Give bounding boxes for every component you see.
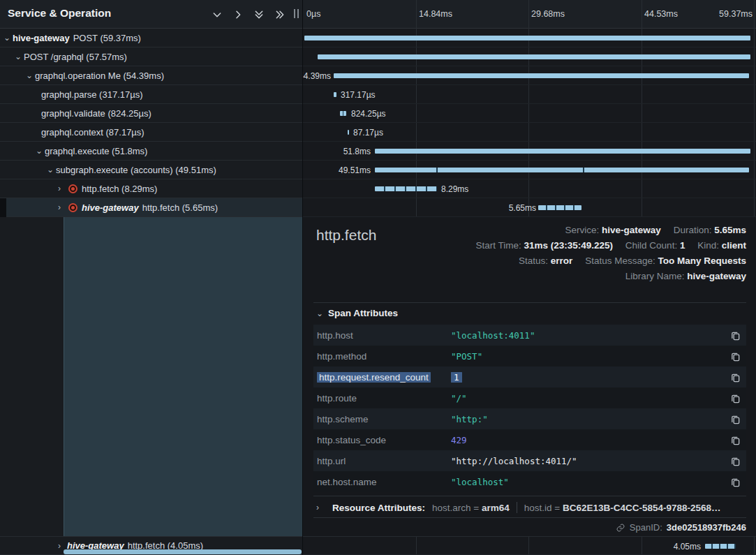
- attribute-value: "http:": [451, 414, 725, 424]
- attribute-row: http.method "POST": [313, 346, 746, 367]
- span-bar[interactable]: [375, 186, 437, 191]
- attribute-row: http.route "/": [313, 387, 746, 408]
- attribute-key: http.route: [317, 393, 451, 404]
- tree-row-http-fetch-5ms-selected[interactable]: › hive-gateway http.fetch (5.65ms): [0, 198, 303, 217]
- chevron-down-icon[interactable]: ⌄: [3, 34, 13, 42]
- span-bar[interactable]: [340, 111, 346, 116]
- resource-value: BC62E13B-C4CC-5854-9788-2568…: [563, 503, 721, 513]
- collapse-one-icon[interactable]: [211, 8, 223, 20]
- span-bar[interactable]: [375, 168, 749, 172]
- timeline-row: 4.05ms: [303, 536, 756, 555]
- copy-icon[interactable]: [725, 351, 741, 362]
- divider: [313, 496, 746, 496]
- collapse-all-icon[interactable]: [253, 8, 265, 20]
- attribute-value: 1: [451, 372, 462, 383]
- divider: [517, 502, 517, 513]
- kind-value: client: [722, 240, 746, 251]
- attribute-value: "localhost:4011": [451, 330, 725, 341]
- tree-row-graphql-parse[interactable]: graphql.parse (317.17µs): [0, 85, 303, 104]
- expand-all-icon[interactable]: [274, 8, 286, 20]
- attribute-key: http.method: [317, 351, 451, 362]
- span-bar[interactable]: [318, 54, 750, 59]
- span-name: POST (59.37ms): [73, 33, 141, 43]
- copy-icon[interactable]: [725, 393, 741, 404]
- error-status-icon: [68, 184, 77, 193]
- span-bar[interactable]: [375, 149, 750, 154]
- equals-sign: =: [554, 503, 560, 513]
- copy-icon[interactable]: [725, 435, 741, 445]
- span-duration-label: 49.51ms: [329, 165, 371, 175]
- span-bar[interactable]: [705, 544, 736, 549]
- timeline-panel: 0µs 14.84ms 29.68ms 44.53ms 59.37ms 54.3…: [303, 0, 756, 555]
- timeline-tick-0: 0µs: [306, 9, 320, 19]
- panel-resize-handle[interactable]: [294, 9, 299, 18]
- attribute-value: "http://localhost:4011/": [451, 456, 725, 466]
- span-bar[interactable]: [538, 205, 581, 210]
- span-bar[interactable]: [304, 36, 750, 40]
- chevron-right-icon[interactable]: ›: [58, 203, 67, 212]
- equals-sign: =: [473, 503, 479, 513]
- attribute-value: 429: [451, 435, 725, 445]
- tree-row-post-graphql[interactable]: ⌄ POST /graphql (57.57ms): [0, 47, 303, 66]
- library-name-label: Library Name:: [625, 271, 685, 281]
- span-id-label: SpanID:: [630, 522, 662, 533]
- span-duration-label: 87.17µs: [353, 128, 383, 138]
- meta-line-4: Library Name: hive-gateway: [475, 269, 746, 284]
- timeline-row: 5.65ms: [303, 198, 756, 217]
- bar-tick: [436, 168, 438, 172]
- span-attributes-title: Span Attributes: [328, 308, 398, 318]
- tree-row-graphql-validate[interactable]: graphql.validate (824.25µs): [0, 104, 303, 123]
- chevron-down-icon[interactable]: ⌄: [47, 165, 56, 174]
- tree-row-subgraph-execute[interactable]: ⌄ subgraph.execute (accounts) (49.51ms): [0, 161, 303, 179]
- tree-row-http-fetch-8ms[interactable]: › http.fetch (8.29ms): [0, 179, 303, 198]
- tree-row-hive-gateway-post[interactable]: ⌄ hive-gateway POST (59.37ms): [0, 29, 303, 47]
- copy-icon[interactable]: [725, 456, 741, 466]
- tree-row-graphql-context[interactable]: graphql.context (87.17µs): [0, 123, 303, 142]
- attribute-value: "POST": [451, 351, 725, 362]
- attribute-row: http.status_code 429: [313, 429, 746, 450]
- start-time-label: Start Time:: [475, 240, 521, 251]
- attribute-row: http.url "http://localhost:4011/": [313, 450, 746, 471]
- divider: [313, 302, 746, 303]
- resource-attributes-toggle[interactable]: › Resource Attributes: host.arch = arm64…: [316, 498, 721, 517]
- copy-icon[interactable]: [725, 372, 741, 383]
- bar-tick: [583, 168, 584, 172]
- span-bar[interactable]: [334, 92, 336, 97]
- divider: [313, 517, 746, 518]
- span-name: graphql.parse (317.17µs): [41, 89, 143, 100]
- chevron-right-icon[interactable]: ›: [58, 542, 67, 550]
- chevron-down-icon[interactable]: ⌄: [15, 52, 24, 61]
- chevron-down-icon[interactable]: ⌄: [36, 147, 45, 155]
- timeline-row: 824.25µs: [303, 104, 756, 123]
- link-icon[interactable]: [616, 523, 625, 533]
- attribute-row: http.scheme "http:": [313, 408, 746, 429]
- resource-key: host.id: [524, 503, 552, 513]
- copy-icon[interactable]: [725, 414, 741, 424]
- span-bar[interactable]: [334, 73, 749, 78]
- resource-item: host.id = BC62E13B-C4CC-5854-9788-2568…: [524, 503, 721, 513]
- expand-one-icon[interactable]: [232, 8, 244, 20]
- timeline-row: 49.51ms: [303, 161, 756, 179]
- timeline-row: [303, 47, 756, 66]
- panel-divider: [302, 0, 303, 555]
- tree-row-graphql-execute[interactable]: ⌄ graphql.execute (51.8ms): [0, 142, 303, 161]
- timeline-row: [303, 29, 756, 47]
- span-duration-label: 8.29ms: [441, 184, 468, 194]
- horizontal-scrollbar[interactable]: [64, 549, 302, 554]
- span-name: POST /graphql (57.57ms): [24, 52, 127, 62]
- copy-icon[interactable]: [725, 330, 741, 341]
- tree-row-graphql-operation[interactable]: ⌄ graphql.operation Me (54.39ms): [0, 66, 303, 85]
- span-bar[interactable]: [348, 130, 349, 135]
- chevron-right-icon[interactable]: ›: [58, 184, 67, 193]
- span-detail-title: http.fetch: [316, 227, 376, 244]
- copy-icon[interactable]: [725, 477, 741, 487]
- service-name: hive-gateway: [13, 33, 70, 43]
- attribute-key: net.host.name: [317, 477, 451, 487]
- span-detail-panel: http.fetch Service: hive-gateway Duratio…: [304, 217, 756, 536]
- span-attributes-toggle[interactable]: ⌄ Span Attributes: [316, 308, 398, 318]
- chevron-down-icon[interactable]: ⌄: [26, 71, 35, 80]
- span-name: subgraph.execute (accounts) (49.51ms): [56, 165, 216, 175]
- attribute-row: net.host.name "localhost": [313, 471, 746, 492]
- service-value: hive-gateway: [602, 225, 661, 235]
- span-id-row: SpanID: 3de02518937fb246: [616, 522, 746, 533]
